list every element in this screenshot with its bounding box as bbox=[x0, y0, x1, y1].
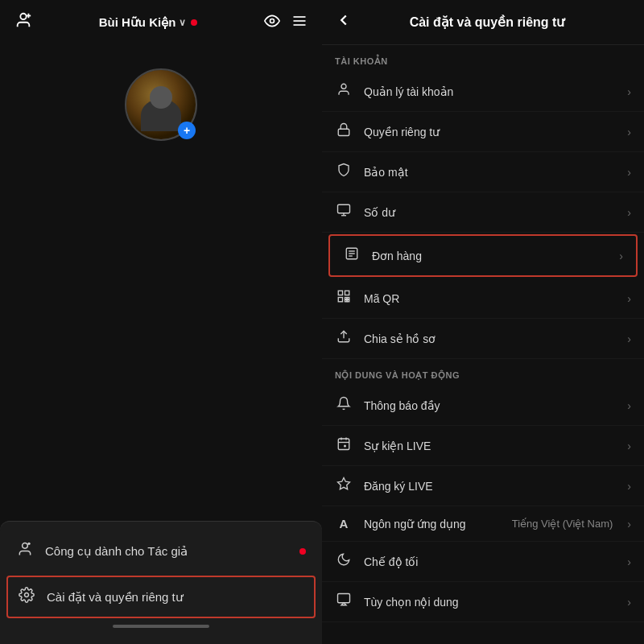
add-user-icon[interactable] bbox=[14, 11, 32, 33]
su-kien-arrow: › bbox=[627, 440, 631, 452]
top-right-icons bbox=[264, 13, 308, 32]
dang-ky-label: Đăng ký LIVE bbox=[364, 480, 616, 493]
ngon-ngu-value: Tiếng Việt (Việt Nam) bbox=[512, 518, 613, 530]
svg-point-3 bbox=[270, 19, 275, 23]
ma-qr-label: Mã QR bbox=[364, 292, 616, 305]
settings-item-quan-ly[interactable]: Quản lý tài khoản › bbox=[322, 72, 644, 112]
menu-icon[interactable] bbox=[291, 13, 308, 32]
svg-rect-24 bbox=[345, 300, 347, 302]
svg-rect-12 bbox=[338, 204, 350, 213]
su-kien-label: Sự kiện LIVE bbox=[364, 440, 616, 452]
so-du-label: Số dư bbox=[364, 206, 616, 219]
settings-item-bao-mat[interactable]: Bảo mật › bbox=[322, 152, 644, 192]
settings-item-so-du[interactable]: Số dư › bbox=[322, 192, 644, 233]
avatar-add-button[interactable]: + bbox=[178, 122, 196, 139]
quan-ly-label: Quản lý tài khoản bbox=[364, 85, 616, 98]
quan-ly-icon bbox=[335, 82, 353, 101]
menu-item-author-tools[interactable]: Công cụ dành cho Tác giả bbox=[0, 530, 322, 572]
settings-item-che-do-toi[interactable]: Chế độ tối › bbox=[322, 542, 644, 582]
so-du-arrow: › bbox=[627, 206, 631, 219]
avatar-wrap: + bbox=[125, 68, 197, 141]
svg-point-0 bbox=[20, 14, 26, 19]
thong-bao-label: Thông báo đầy bbox=[364, 399, 616, 412]
che-do-toi-label: Chế độ tối bbox=[364, 555, 616, 568]
bottom-menu: Công cụ dành cho Tác giả Cài đặt và quyề… bbox=[0, 521, 322, 644]
bao-mat-arrow: › bbox=[627, 166, 631, 179]
author-tools-dot bbox=[299, 548, 306, 555]
settings-item-ma-qr[interactable]: Mã QR › bbox=[322, 279, 644, 319]
thong-bao-icon bbox=[335, 396, 353, 415]
settings-item-tuy-chon[interactable]: Tùy chọn nội dung › bbox=[322, 582, 644, 622]
ma-qr-arrow: › bbox=[627, 292, 631, 305]
svg-rect-23 bbox=[348, 298, 349, 299]
section-noi-dung: NỘI DUNG VÀ HOẠT ĐỘNG Thông báo đầy › bbox=[322, 359, 644, 622]
tuy-chon-arrow: › bbox=[627, 596, 631, 609]
svg-point-31 bbox=[344, 445, 346, 448]
bottom-indicator bbox=[113, 625, 209, 628]
svg-marker-32 bbox=[338, 478, 350, 489]
che-do-toi-icon bbox=[335, 552, 353, 571]
svg-rect-33 bbox=[338, 594, 350, 603]
menu-item-settings[interactable]: Cài đặt và quyền riêng tư bbox=[6, 576, 316, 618]
chia-se-arrow: › bbox=[627, 332, 631, 345]
settings-item-thong-bao[interactable]: Thông báo đầy › bbox=[322, 386, 644, 426]
top-bar: Bùi Hữu Kiện ∨ bbox=[0, 0, 322, 44]
left-panel: Bùi Hữu Kiện ∨ + bbox=[0, 0, 322, 644]
user-name-row[interactable]: Bùi Hữu Kiện ∨ bbox=[99, 15, 198, 30]
section-label-noi-dung: NỘI DUNG VÀ HOẠT ĐỘNG bbox=[322, 359, 644, 386]
settings-item-dang-ky[interactable]: Đăng ký LIVE › bbox=[322, 466, 644, 506]
svg-point-8 bbox=[27, 543, 30, 545]
ma-qr-icon bbox=[335, 289, 353, 308]
so-du-icon bbox=[335, 203, 353, 221]
quyen-rieng-label: Quyền riêng tư bbox=[364, 126, 616, 138]
settings-item-quyen-rieng[interactable]: Quyền riêng tư › bbox=[322, 112, 644, 152]
svg-rect-27 bbox=[338, 439, 349, 450]
svg-rect-25 bbox=[348, 300, 349, 302]
ngon-ngu-icon: A bbox=[335, 517, 353, 530]
thong-bao-arrow: › bbox=[627, 399, 631, 412]
author-tools-label: Công cụ dành cho Tác giả bbox=[45, 544, 188, 559]
svg-rect-21 bbox=[338, 298, 342, 302]
svg-point-10 bbox=[341, 84, 346, 89]
don-hang-arrow: › bbox=[619, 250, 623, 262]
svg-point-7 bbox=[23, 543, 28, 549]
right-panel: Cài đặt và quyền riêng tư TÀI KHOẢN Quản… bbox=[322, 0, 644, 644]
user-name: Bùi Hữu Kiện bbox=[99, 15, 176, 30]
svg-rect-11 bbox=[338, 129, 349, 135]
settings-header: Cài đặt và quyền riêng tư bbox=[322, 0, 644, 45]
chia-se-icon bbox=[335, 329, 353, 348]
svg-point-9 bbox=[25, 593, 29, 597]
bao-mat-label: Bảo mật bbox=[364, 166, 616, 179]
bao-mat-icon bbox=[335, 163, 353, 181]
ngon-ngu-arrow: › bbox=[627, 518, 631, 530]
su-kien-icon bbox=[335, 436, 353, 455]
settings-item-don-hang[interactable]: Đơn hàng › bbox=[328, 234, 638, 277]
don-hang-icon bbox=[343, 246, 361, 265]
author-tools-icon bbox=[16, 541, 34, 561]
page-title: Cài đặt và quyền riêng tư bbox=[362, 14, 612, 30]
ngon-ngu-label: Ngôn ngữ ứng dụng bbox=[364, 518, 501, 530]
don-hang-label: Đơn hàng bbox=[372, 250, 608, 262]
che-do-toi-arrow: › bbox=[627, 555, 631, 568]
settings-icon bbox=[18, 587, 35, 607]
back-button[interactable] bbox=[335, 11, 353, 33]
svg-rect-22 bbox=[345, 298, 347, 299]
quyen-rieng-arrow: › bbox=[627, 126, 631, 138]
tuy-chon-label: Tùy chọn nội dung bbox=[364, 596, 616, 609]
dang-ky-arrow: › bbox=[627, 480, 631, 493]
svg-rect-19 bbox=[338, 291, 342, 295]
svg-rect-20 bbox=[345, 291, 349, 295]
quan-ly-arrow: › bbox=[627, 85, 631, 98]
section-tai-khoan: TÀI KHOẢN Quản lý tài khoản › Quyền riên… bbox=[322, 45, 644, 359]
chevron-icon: ∨ bbox=[179, 17, 186, 28]
settings-item-chia-se[interactable]: Chia sẻ hồ sơ › bbox=[322, 319, 644, 359]
chia-se-label: Chia sẻ hồ sơ bbox=[364, 332, 616, 345]
settings-item-su-kien[interactable]: Sự kiện LIVE › bbox=[322, 426, 644, 466]
quyen-rieng-icon bbox=[335, 122, 353, 141]
settings-item-ngon-ngu[interactable]: A Ngôn ngữ ứng dụng Tiếng Việt (Việt Nam… bbox=[322, 506, 644, 542]
eye-icon[interactable] bbox=[264, 13, 280, 32]
section-label-tai-khoan: TÀI KHOẢN bbox=[322, 45, 644, 72]
settings-label: Cài đặt và quyền riêng tư bbox=[47, 590, 184, 605]
tuy-chon-icon bbox=[335, 592, 353, 611]
notification-dot bbox=[191, 19, 197, 26]
